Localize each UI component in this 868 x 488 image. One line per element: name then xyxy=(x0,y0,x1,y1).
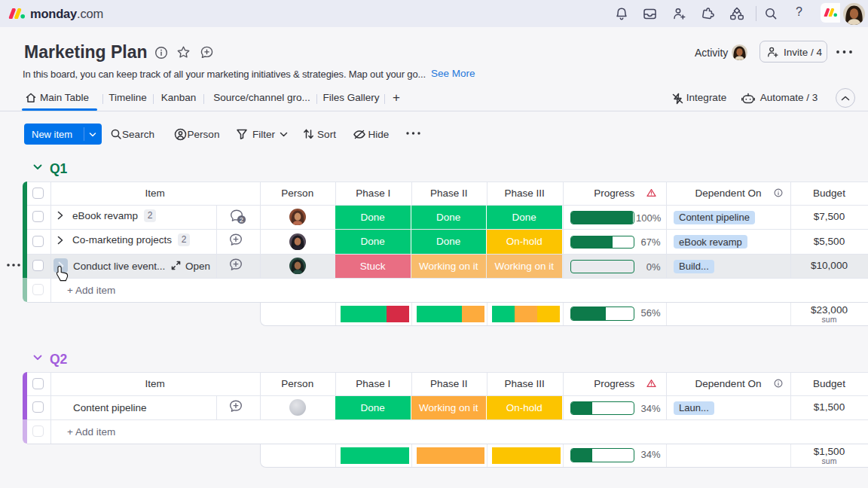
svg-text:2: 2 xyxy=(240,215,243,224)
